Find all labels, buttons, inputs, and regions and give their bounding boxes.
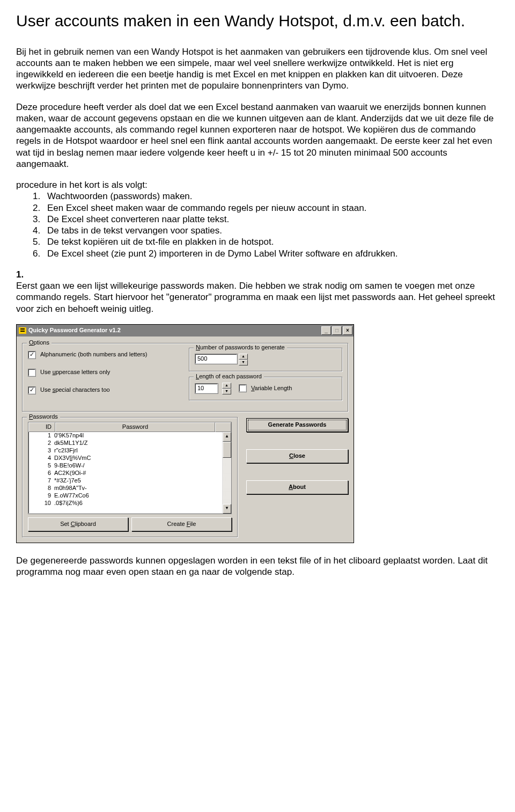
- num-passwords-legend: Number of passwords to generate: [194, 344, 287, 352]
- length-legend: Length of each password: [194, 373, 264, 381]
- password-generator-window: Quicky Password Generator v1.2 _ □ × Opt…: [16, 324, 354, 543]
- passwords-fieldset: Passwords ID Password 10'9K57np4I 2dk5ML…: [22, 417, 238, 537]
- checkbox-label: Alphanumeric (both numbers and letters): [40, 351, 147, 359]
- procedure-step: De Excel sheet (zie punt 2) importeren i…: [43, 248, 499, 259]
- num-passwords-input[interactable]: 500: [195, 354, 238, 364]
- window-title: Quicky Password Generator v1.2: [28, 327, 320, 334]
- checkbox-uppercase[interactable]: Use uppercase letters only: [28, 369, 189, 377]
- chevron-down-icon[interactable]: ▼: [239, 360, 248, 365]
- checkbox-icon: [28, 386, 36, 394]
- checkbox-variable-length[interactable]: Variable Length: [239, 384, 292, 392]
- step-1-text: Eerst gaan we een lijst willekeurige pas…: [16, 280, 499, 314]
- procedure-intro: procedure in het kort is als volgt:: [16, 179, 499, 191]
- generate-passwords-button[interactable]: Generate Passwords: [246, 418, 348, 432]
- set-clipboard-button[interactable]: Set Clipboard: [28, 517, 128, 531]
- list-item[interactable]: 7*#3Z-'j7e5: [28, 477, 222, 485]
- checkbox-icon: [239, 384, 247, 392]
- chevron-up-icon[interactable]: ▲: [239, 354, 248, 360]
- list-item[interactable]: 2dk5ML1Y1/Z: [28, 440, 222, 447]
- list-item[interactable]: 9E.oW77xCo6: [28, 492, 222, 500]
- close-window-button[interactable]: ×: [343, 326, 352, 335]
- list-item[interactable]: 8m0h98A"Tv-: [28, 485, 222, 492]
- procedure-step: De Excel sheet converteren naar platte t…: [43, 214, 499, 225]
- listview-header: ID Password: [28, 422, 231, 432]
- closing-paragraph: De gegenereerde passwords kunnen opgesla…: [16, 555, 499, 578]
- checkbox-label: Variable Length: [251, 385, 292, 392]
- passwords-legend: Passwords: [27, 413, 60, 421]
- column-password[interactable]: Password: [55, 422, 215, 432]
- passwords-listview[interactable]: ID Password 10'9K57np4I 2dk5ML1Y1/Z 3r"c…: [28, 422, 232, 514]
- scroll-down-icon[interactable]: ▼: [223, 504, 231, 514]
- procedure-step: Een Excel sheet maken waar de commando r…: [43, 202, 499, 214]
- column-id[interactable]: ID: [28, 422, 55, 432]
- length-input[interactable]: 10: [195, 383, 218, 394]
- maximize-button[interactable]: □: [332, 326, 342, 335]
- app-icon: [19, 327, 26, 334]
- listview-body[interactable]: 10'9K57np4I 2dk5ML1Y1/Z 3r"c2I3Fjrl 4DX3…: [28, 432, 222, 514]
- list-item[interactable]: 10'9K57np4I: [28, 432, 222, 440]
- titlebar[interactable]: Quicky Password Generator v1.2 _ □ ×: [17, 325, 354, 336]
- procedure-step: De tekst kopiëren uit de txt-file en pla…: [43, 236, 499, 247]
- options-legend: Options: [27, 339, 52, 347]
- chevron-down-icon[interactable]: ▼: [222, 389, 231, 394]
- chevron-up-icon[interactable]: ▲: [222, 383, 231, 389]
- scroll-thumb[interactable]: [223, 442, 231, 458]
- list-item[interactable]: 4DX3V[j%VmC: [28, 455, 222, 462]
- page-title: User accounts maken in een Wandy Hotspot…: [16, 11, 499, 31]
- step-1-heading: 1.: [16, 269, 499, 280]
- checkbox-label: Use special characters too: [40, 386, 110, 394]
- scroll-up-icon[interactable]: ▲: [223, 432, 231, 442]
- close-button[interactable]: Close: [246, 449, 348, 463]
- checkbox-icon: [28, 351, 36, 359]
- create-file-button[interactable]: Create File: [131, 517, 232, 531]
- checkbox-icon: [28, 369, 36, 377]
- about-button[interactable]: About: [246, 480, 348, 494]
- column-spacer: [215, 422, 231, 432]
- list-item[interactable]: 6AC2K(9Oi-#: [28, 470, 222, 477]
- intro-paragraph-2: Deze procedure heeft verder als doel dat…: [16, 101, 499, 170]
- scrollbar[interactable]: ▲ ▼: [222, 432, 231, 514]
- procedure-list: Wachtwoorden (passwords) maken. Een Exce…: [16, 191, 499, 259]
- scroll-track[interactable]: [223, 458, 231, 504]
- num-passwords-fieldset: Number of passwords to generate 500 ▲ ▼: [189, 348, 342, 371]
- checkbox-alphanumeric[interactable]: Alphanumeric (both numbers and letters): [28, 351, 189, 359]
- list-item[interactable]: 59-BE!o6W-/: [28, 462, 222, 470]
- checkbox-label: Use uppercase letters only: [40, 369, 110, 376]
- procedure-step: De tabs in de tekst vervangen voor spati…: [43, 225, 499, 236]
- num-passwords-spinner[interactable]: ▲ ▼: [239, 354, 248, 365]
- intro-paragraph-1: Bij het in gebruik nemen van een Wandy H…: [16, 46, 499, 92]
- checkbox-special[interactable]: Use special characters too: [28, 386, 189, 394]
- list-item[interactable]: 10.0$7i|Z%)6: [28, 500, 222, 507]
- minimize-button[interactable]: _: [321, 326, 331, 335]
- options-fieldset: Options Alphanumeric (both numbers and l…: [22, 343, 348, 412]
- procedure-step: Wachtwoorden (passwords) maken.: [43, 191, 499, 202]
- length-fieldset: Length of each password 10 ▲ ▼ Variable …: [189, 377, 342, 400]
- length-spinner[interactable]: ▲ ▼: [222, 383, 231, 394]
- list-item[interactable]: 3r"c2I3Fjrl: [28, 447, 222, 455]
